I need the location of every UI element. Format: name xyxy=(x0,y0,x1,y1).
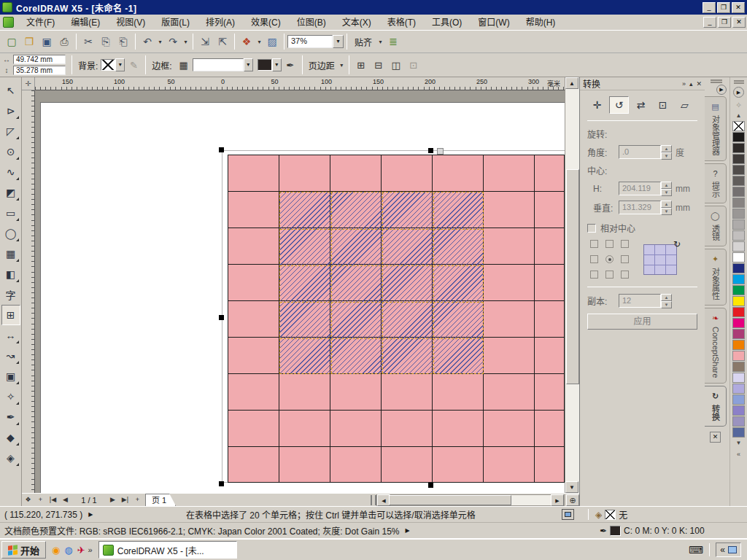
menu-item[interactable]: 版面(L) xyxy=(153,15,198,31)
scroll-right-arrow[interactable]: ▶ xyxy=(551,494,564,506)
quick-launch-chevron-icon[interactable]: » xyxy=(88,545,93,554)
snap-dropdown-icon[interactable]: ▾ xyxy=(376,33,384,50)
interactive-fill-tool[interactable]: ◈ xyxy=(1,448,20,468)
outline-pen-tool[interactable]: ✒ xyxy=(1,407,20,427)
gray-purple[interactable] xyxy=(732,416,745,427)
next-page-button[interactable]: ▶ xyxy=(107,494,119,506)
docker-drag-handle[interactable] xyxy=(711,79,722,83)
zoom-tool[interactable]: ⊙ xyxy=(1,141,20,162)
horizontal-scrollbar[interactable]: ◀ ▶ xyxy=(376,494,565,506)
graph-paper-tool[interactable]: ▦ xyxy=(1,244,20,264)
separator[interactable] xyxy=(193,34,193,50)
color-proof-icon[interactable] xyxy=(562,509,574,520)
palette-eyedropper-icon[interactable]: ✧ xyxy=(735,101,742,110)
background-color-picker[interactable]: ▾ xyxy=(101,58,125,71)
spin-up-icon[interactable]: ▲ xyxy=(661,182,672,189)
separator[interactable] xyxy=(284,34,285,50)
menu-item[interactable]: 帮助(H) xyxy=(518,15,564,31)
angle-value[interactable]: .0 xyxy=(619,145,661,159)
outline-pen-icon[interactable]: ✒ xyxy=(282,56,299,74)
merge-cells-button[interactable]: ⊞ xyxy=(352,56,370,74)
menu-item[interactable]: 效果(C) xyxy=(243,15,289,31)
copies-spinner[interactable]: 12 ▲▼ xyxy=(619,294,672,308)
dimension-tool[interactable]: ↔ xyxy=(1,325,20,346)
unmerge-cells-button[interactable]: ⊡ xyxy=(405,56,422,74)
separator[interactable] xyxy=(135,34,136,50)
spin-up-icon[interactable]: ▲ xyxy=(661,294,672,301)
last-page-button[interactable]: ▶| xyxy=(119,494,131,506)
relative-center-checkbox[interactable] xyxy=(587,224,596,233)
outline-color-swatch[interactable] xyxy=(258,59,272,71)
coords-flyout-icon[interactable]: ▶ xyxy=(88,511,93,518)
vertical-ruler[interactable]: 300250200150100500 xyxy=(22,90,35,493)
redo-dropdown[interactable]: ▾ xyxy=(182,33,190,50)
color-eyedropper-tool[interactable]: ✧ xyxy=(1,386,20,407)
basic-shapes-tool[interactable]: ◧ xyxy=(1,264,20,284)
anchor-bottom-left[interactable] xyxy=(590,271,598,279)
fill-none-swatch[interactable] xyxy=(605,510,616,520)
docker-tab[interactable]: ? 提示 xyxy=(705,163,727,203)
close-button[interactable]: ✕ xyxy=(732,2,745,13)
cut-button[interactable]: ✂ xyxy=(80,33,97,50)
selection-handle-top-middle[interactable] xyxy=(428,148,433,153)
application-launcher-button[interactable]: ❖ xyxy=(238,33,255,50)
no-fill-swatch[interactable] xyxy=(101,59,115,71)
restore-button[interactable]: ❐ xyxy=(717,2,730,13)
blue-lavender[interactable] xyxy=(732,394,745,405)
ellipse-tool[interactable]: ◯ xyxy=(1,223,20,244)
separator[interactable] xyxy=(76,34,77,50)
cyan-blue[interactable] xyxy=(732,274,745,284)
menu-item[interactable]: 表格(T) xyxy=(379,15,424,31)
undo-button[interactable]: ↶ xyxy=(139,33,156,50)
purple[interactable] xyxy=(732,405,745,416)
system-tray[interactable]: « xyxy=(716,542,741,557)
selection-handle-top-left[interactable] xyxy=(219,147,224,152)
gray-90[interactable] xyxy=(732,143,745,153)
docker-flyout-icon[interactable]: ▶ xyxy=(716,85,727,95)
ruler-origin-icon[interactable]: ✛ xyxy=(22,77,35,90)
docker-tab[interactable]: ◯ 透镜 xyxy=(705,206,727,246)
steel-blue[interactable] xyxy=(732,427,745,438)
spin-down-icon[interactable]: ▼ xyxy=(661,189,672,196)
selection-handle-middle-left[interactable] xyxy=(219,315,224,320)
outline-width-combo[interactable]: ▾ xyxy=(193,58,253,71)
orange[interactable] xyxy=(732,340,745,350)
redo-button[interactable]: ↷ xyxy=(164,33,182,50)
outline-color-dropdown-icon[interactable]: ▾ xyxy=(272,58,282,71)
smart-fill-tool[interactable]: ◩ xyxy=(1,182,20,203)
fill-tool[interactable]: ◆ xyxy=(1,427,20,448)
anchor-center-selected[interactable] xyxy=(605,255,614,263)
selection-handle-bottom-middle[interactable] xyxy=(428,483,433,488)
options-button[interactable]: ≣ xyxy=(384,33,402,50)
skew-button[interactable]: ▱ xyxy=(675,96,694,114)
tray-collapse-icon[interactable]: « xyxy=(720,545,725,555)
rotate-button[interactable]: ↺ xyxy=(609,96,629,114)
palette-drag-handle[interactable] xyxy=(734,80,744,84)
undo-dropdown[interactable]: ▾ xyxy=(156,33,164,50)
gray-50[interactable] xyxy=(732,187,745,197)
docker-pin-icon[interactable]: ▴ xyxy=(689,80,693,88)
menu-item[interactable]: 工具(O) xyxy=(424,15,470,31)
previous-page-button[interactable]: ◀ xyxy=(59,494,71,506)
outline-width-dropdown-icon[interactable]: ▾ xyxy=(244,58,253,71)
column-grip[interactable] xyxy=(437,148,444,155)
zoom-level-combo[interactable]: 37% ▾ xyxy=(287,35,344,48)
center-h-spinner[interactable]: 204.119 ▲▼ xyxy=(619,182,672,195)
menu-item[interactable]: 窗口(W) xyxy=(470,15,517,31)
gray-20[interactable] xyxy=(732,219,745,230)
border-selector-button[interactable]: ▦ xyxy=(175,56,193,74)
first-page-button[interactable]: |◀ xyxy=(47,494,59,506)
gray-5[interactable] xyxy=(732,241,745,252)
zoom-dropdown-icon[interactable]: ▾ xyxy=(333,35,344,48)
browser-icon[interactable]: ◍ xyxy=(64,545,72,556)
navigator-button[interactable]: ⊕ xyxy=(566,494,579,506)
scale-mirror-button[interactable]: ⇄ xyxy=(631,96,651,114)
lavender[interactable] xyxy=(732,384,745,394)
page-sorter-icon[interactable]: ❖ xyxy=(22,494,34,506)
text-tool[interactable]: 字 xyxy=(1,284,20,305)
network-icon[interactable] xyxy=(728,546,737,553)
vertical-scroll-thumb[interactable] xyxy=(566,169,579,384)
anchor-bottom-center[interactable] xyxy=(605,271,614,279)
gray-60[interactable] xyxy=(732,176,745,186)
add-page-before-button[interactable]: + xyxy=(34,494,47,506)
